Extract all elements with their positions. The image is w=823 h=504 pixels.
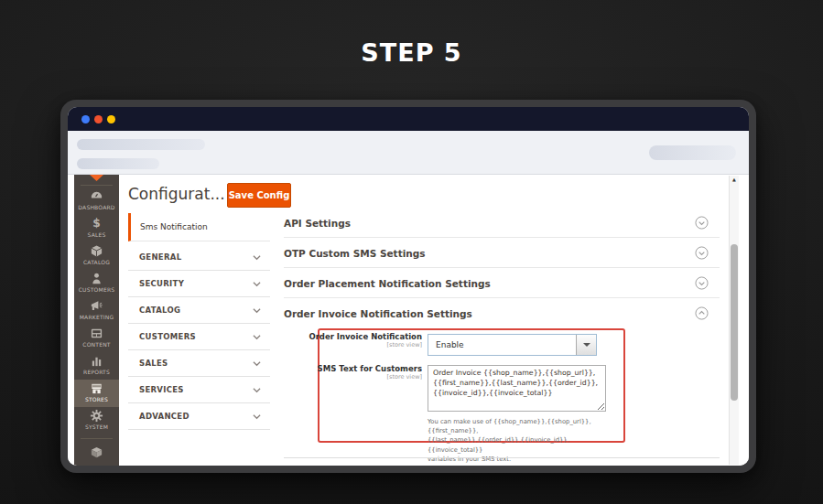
sidebar-item-sales[interactable]: $ SALES bbox=[74, 215, 119, 242]
chevron-down-icon bbox=[253, 280, 261, 288]
field-label-order-invoice-notification: Order Invoice Notification [store view] bbox=[308, 332, 422, 349]
page-background: STEP 5 DASHBOARD bbox=[0, 0, 823, 504]
skeleton-pill bbox=[77, 139, 205, 150]
section-order-placement[interactable]: Order Placement Notification Settings bbox=[284, 278, 491, 289]
scope-label: [store view] bbox=[308, 374, 422, 381]
config-nav-group-sales[interactable]: SALES bbox=[128, 350, 270, 377]
config-nav-groups: GENERAL SECURITY CATALOG CUSTOMERS bbox=[128, 244, 270, 430]
marketing-icon bbox=[90, 299, 103, 313]
browser-chrome bbox=[68, 131, 749, 175]
sidebar-item-content[interactable]: CONTENT bbox=[74, 325, 119, 352]
chevron-down-circle-icon[interactable] bbox=[695, 246, 709, 260]
divider bbox=[284, 237, 720, 238]
reports-icon bbox=[90, 354, 103, 368]
sidebar-item-marketing[interactable]: MARKETING bbox=[74, 297, 119, 325]
sales-icon: $ bbox=[90, 217, 103, 231]
chevron-down-circle-icon[interactable] bbox=[695, 216, 709, 230]
config-nav-group-general[interactable]: GENERAL bbox=[128, 244, 270, 271]
divider bbox=[81, 185, 113, 186]
sidebar-item-dashboard[interactable]: DASHBOARD bbox=[74, 188, 119, 215]
sidebar-item-reports[interactable]: REPORTS bbox=[74, 352, 119, 380]
config-nav-group-services[interactable]: SERVICES bbox=[128, 377, 270, 403]
admin-sidebar: DASHBOARD $ SALES CATALOG CUSTOMERS bbox=[74, 175, 119, 466]
sidebar-item-stores[interactable]: STORES bbox=[74, 380, 119, 407]
chevron-down-icon bbox=[253, 306, 261, 315]
sidebar-item-partners[interactable] bbox=[74, 444, 119, 466]
browser-titlebar bbox=[68, 107, 749, 131]
magento-logo-icon[interactable] bbox=[90, 175, 103, 181]
field-label-sms-text-for-customers: SMS Text for Customers [store view] bbox=[308, 364, 422, 381]
window-control-blue-dot[interactable] bbox=[81, 115, 90, 123]
save-config-button[interactable]: Save Config bbox=[227, 183, 291, 208]
stores-icon bbox=[90, 381, 103, 395]
chevron-up-circle-icon[interactable] bbox=[695, 306, 709, 320]
magento-admin-page: DASHBOARD $ SALES CATALOG CUSTOMERS bbox=[68, 175, 749, 466]
config-nav-group-catalog[interactable]: CATALOG bbox=[128, 297, 270, 324]
chevron-down-circle-icon[interactable] bbox=[695, 276, 709, 290]
window-control-red-dot[interactable] bbox=[94, 115, 103, 123]
config-nav-group-advanced[interactable]: ADVANCED bbox=[128, 403, 270, 430]
admin-content: Configurat... Save Config Sms Notificati… bbox=[120, 175, 728, 466]
scrollbar-up-arrow-icon[interactable]: ▲ bbox=[730, 177, 739, 182]
section-order-invoice[interactable]: Order Invoice Notification Settings bbox=[284, 308, 472, 319]
sidebar-item-system[interactable]: SYSTEM bbox=[74, 407, 119, 434]
section-api-settings[interactable]: API Settings bbox=[284, 218, 351, 229]
system-icon bbox=[90, 409, 103, 423]
config-nav-group-customers[interactable]: CUSTOMERS bbox=[128, 324, 270, 350]
chevron-down-icon bbox=[253, 333, 261, 341]
chevron-down-icon bbox=[253, 253, 261, 262]
select-value: Enable bbox=[436, 335, 464, 355]
browser-window: DASHBOARD $ SALES CATALOG CUSTOMERS bbox=[60, 100, 756, 473]
chevron-down-icon bbox=[253, 359, 261, 368]
svg-text:$: $ bbox=[92, 217, 100, 230]
divider bbox=[284, 267, 720, 268]
section-otp-custom-sms[interactable]: OTP Custom SMS Settings bbox=[284, 248, 426, 259]
divider bbox=[284, 457, 720, 458]
skeleton-pill bbox=[649, 145, 736, 160]
scope-label: [store view] bbox=[308, 342, 422, 349]
content-icon bbox=[90, 327, 103, 340]
vertical-scrollbar[interactable]: ▲ bbox=[729, 176, 739, 465]
config-nav-group-security[interactable]: SECURITY bbox=[128, 271, 270, 297]
divider bbox=[81, 438, 113, 439]
window-control-yellow-dot[interactable] bbox=[107, 115, 115, 123]
package-icon bbox=[90, 445, 103, 459]
skeleton-pill bbox=[77, 158, 159, 169]
order-invoice-notification-select[interactable]: Enable bbox=[428, 334, 597, 356]
sidebar-item-customers[interactable]: CUSTOMERS bbox=[74, 270, 119, 297]
config-nav-item-sms-notification[interactable]: Sms Notification bbox=[128, 213, 270, 241]
select-dropdown-arrow-button[interactable] bbox=[576, 335, 596, 355]
chevron-down-icon bbox=[253, 413, 261, 421]
step-heading: STEP 5 bbox=[0, 38, 823, 67]
sidebar-item-catalog[interactable]: CATALOG bbox=[74, 242, 119, 270]
catalog-icon bbox=[90, 244, 103, 258]
sms-text-for-customers-textarea[interactable]: Order Invoice {{shop_name}},{{shop_url}}… bbox=[428, 365, 606, 412]
page-title: Configurat... bbox=[128, 185, 225, 203]
chevron-down-icon bbox=[253, 386, 261, 394]
divider bbox=[284, 297, 720, 298]
scrollbar-thumb[interactable] bbox=[731, 244, 738, 401]
customers-icon bbox=[90, 272, 103, 285]
dashboard-icon bbox=[90, 189, 103, 203]
